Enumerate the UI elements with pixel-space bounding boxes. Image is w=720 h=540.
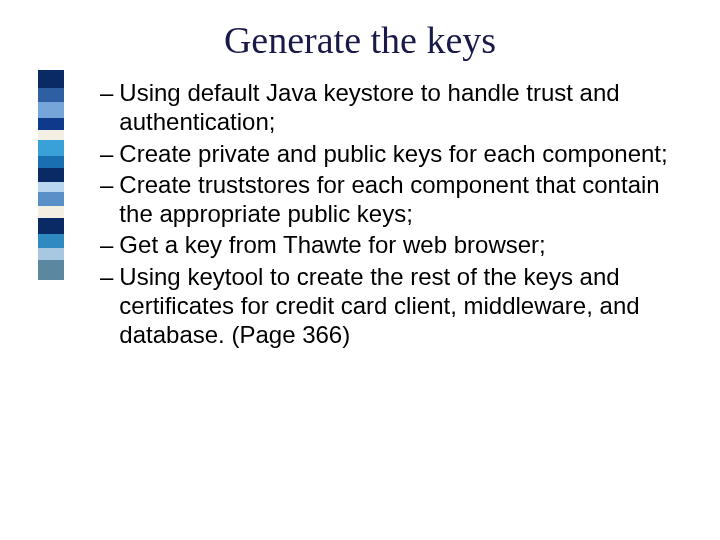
list-item: – Create truststores for each component … bbox=[100, 170, 670, 229]
list-item: – Using default Java keystore to handle … bbox=[100, 78, 670, 137]
page-title: Generate the keys bbox=[0, 18, 720, 62]
list-item: – Create private and public keys for eac… bbox=[100, 139, 670, 168]
bullet-dash: – bbox=[100, 262, 119, 350]
decorative-sidebar bbox=[38, 70, 64, 280]
bullet-text: Create private and public keys for each … bbox=[119, 139, 670, 168]
bullet-text: Get a key from Thawte for web browser; bbox=[119, 230, 670, 259]
bullet-text: Using default Java keystore to handle tr… bbox=[119, 78, 670, 137]
bullet-dash: – bbox=[100, 230, 119, 259]
bullet-text: Create truststores for each component th… bbox=[119, 170, 670, 229]
content-body: – Using default Java keystore to handle … bbox=[100, 78, 670, 351]
bullet-dash: – bbox=[100, 170, 119, 229]
bullet-dash: – bbox=[100, 78, 119, 137]
bullet-dash: – bbox=[100, 139, 119, 168]
list-item: – Get a key from Thawte for web browser; bbox=[100, 230, 670, 259]
bullet-text: Using keytool to create the rest of the … bbox=[119, 262, 670, 350]
list-item: – Using keytool to create the rest of th… bbox=[100, 262, 670, 350]
